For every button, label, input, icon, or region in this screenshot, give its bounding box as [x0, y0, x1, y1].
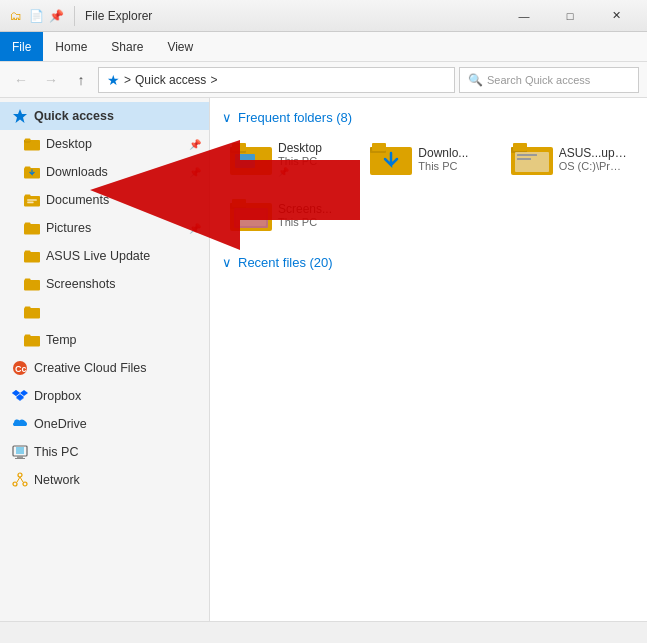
- window-title: File Explorer: [85, 9, 495, 23]
- sidebar-item-quick-access[interactable]: Quick access: [0, 102, 209, 130]
- svg-rect-3: [25, 138, 31, 141]
- network-label: Network: [34, 473, 201, 487]
- documents-folder-icon: [24, 192, 40, 208]
- network-icon: [12, 472, 28, 488]
- sidebar-item-unnamed[interactable]: [0, 298, 209, 326]
- forward-button[interactable]: →: [38, 67, 64, 93]
- frequent-folders-header[interactable]: ∨ Frequent folders (8): [222, 110, 635, 125]
- desktop-folder-sub: This PC: [278, 155, 322, 167]
- minimize-button[interactable]: —: [501, 0, 547, 32]
- sidebar-item-temp[interactable]: Temp: [0, 326, 209, 354]
- sidebar-item-documents[interactable]: Documents: [0, 186, 209, 214]
- unnamed-folder-icon: [24, 304, 40, 320]
- menu-view[interactable]: View: [155, 32, 205, 61]
- pictures-folder-icon: [24, 220, 40, 236]
- sidebar-item-asus-live-update[interactable]: ASUS Live Update: [0, 242, 209, 270]
- folder-item-asus[interactable]: ASUS...update OS (C:)\ProgramData\ASUS: [503, 135, 635, 183]
- svg-point-32: [13, 482, 17, 486]
- menu-share[interactable]: Share: [99, 32, 155, 61]
- downloads-folder-thumb: [370, 141, 410, 177]
- recent-files-label: Recent files (20): [238, 255, 333, 270]
- dropbox-icon: [12, 388, 28, 404]
- folder-item-screenshots[interactable]: Screens... This PC: [222, 191, 354, 239]
- svg-rect-48: [517, 158, 531, 160]
- sidebar-item-creative-cloud[interactable]: Cc Creative Cloud Files: [0, 354, 209, 382]
- pictures-label: Pictures: [46, 221, 183, 235]
- desktop-folder-pin: 📌: [278, 167, 322, 177]
- menu-home[interactable]: Home: [43, 32, 99, 61]
- svg-rect-13: [25, 250, 31, 253]
- sidebar-item-this-pc[interactable]: This PC: [0, 438, 209, 466]
- status-bar: [0, 621, 647, 643]
- svg-rect-7: [25, 194, 31, 197]
- path-separator-1: >: [124, 73, 131, 87]
- sidebar-item-desktop[interactable]: Desktop 📌: [0, 130, 209, 158]
- window-controls: — □ ✕: [501, 0, 639, 32]
- svg-point-33: [23, 482, 27, 486]
- temp-folder-icon: [24, 332, 40, 348]
- asus-folder-sub: OS (C:)\ProgramData\ASUS: [559, 160, 627, 172]
- downloads-pin-icon: 📌: [189, 167, 201, 178]
- screenshots-folder-name: Screens...: [278, 202, 332, 216]
- svg-marker-26: [16, 395, 24, 401]
- chevron-down-icon-2: ∨: [222, 255, 232, 270]
- downloads-folder-info: Downlo... This PC: [418, 146, 468, 172]
- search-box[interactable]: 🔍 Search Quick access: [459, 67, 639, 93]
- content-area: ∨ Frequent folders (8) Deskt: [210, 98, 647, 621]
- sidebar-item-onedrive[interactable]: OneDrive: [0, 410, 209, 438]
- sidebar-item-network[interactable]: Network: [0, 466, 209, 494]
- svg-line-34: [17, 477, 20, 482]
- asus-folder-thumb: [511, 141, 551, 177]
- downloads-label: Downloads: [46, 165, 183, 179]
- downloads-folder-name: Downlo...: [418, 146, 468, 160]
- svg-point-31: [18, 473, 22, 477]
- search-placeholder: Search Quick access: [487, 74, 590, 86]
- menu-bar: File Home Share View: [0, 32, 647, 62]
- sidebar-item-dropbox[interactable]: Dropbox: [0, 382, 209, 410]
- address-path[interactable]: ★ > Quick access >: [98, 67, 455, 93]
- menu-file[interactable]: File: [0, 32, 43, 61]
- svg-rect-45: [513, 143, 527, 151]
- desktop-folder-thumb: [230, 141, 270, 177]
- folders-grid: Desktop This PC 📌: [222, 135, 635, 239]
- asus-folder-info: ASUS...update OS (C:)\ProgramData\ASUS: [559, 146, 627, 172]
- desktop-folder-info: Desktop This PC 📌: [278, 141, 322, 177]
- back-button[interactable]: ←: [8, 67, 34, 93]
- downloads-folder-sub: This PC: [418, 160, 468, 172]
- sidebar-item-screenshots[interactable]: Screenshots: [0, 270, 209, 298]
- onedrive-icon: [12, 416, 28, 432]
- title-bar-icons: 🗂 📄 📌: [8, 8, 64, 24]
- asus-label: ASUS Live Update: [46, 249, 201, 263]
- creative-cloud-icon: Cc: [12, 360, 28, 376]
- svg-rect-11: [25, 222, 31, 225]
- asus-folder-name: ASUS...update: [559, 146, 627, 160]
- chevron-down-icon: ∨: [222, 110, 232, 125]
- folder-icon: 🗂: [8, 8, 24, 24]
- folder-item-desktop[interactable]: Desktop This PC 📌: [222, 135, 354, 183]
- up-button[interactable]: ↑: [68, 67, 94, 93]
- downloads-folder-icon: [24, 164, 40, 180]
- screenshots-folder-thumb: [230, 197, 270, 233]
- svg-rect-47: [517, 154, 537, 156]
- desktop-folder-name: Desktop: [278, 141, 322, 155]
- maximize-button[interactable]: □: [547, 0, 593, 32]
- path-separator-2: >: [210, 73, 217, 87]
- folder-item-downloads[interactable]: Downlo... This PC: [362, 135, 494, 183]
- documents-label: Documents: [46, 193, 201, 207]
- sidebar-item-downloads[interactable]: Downloads 📌: [0, 158, 209, 186]
- svg-rect-38: [232, 143, 246, 151]
- svg-rect-30: [15, 458, 25, 459]
- main-area: Quick access Desktop 📌 Downloads 📌: [0, 98, 647, 621]
- sidebar-item-pictures[interactable]: Pictures 📌: [0, 214, 209, 242]
- sidebar: Quick access Desktop 📌 Downloads 📌: [0, 98, 210, 621]
- svg-rect-51: [232, 199, 246, 207]
- svg-rect-28: [16, 447, 24, 454]
- dropbox-label: Dropbox: [34, 389, 201, 403]
- recent-files-header[interactable]: ∨ Recent files (20): [222, 255, 635, 270]
- svg-rect-9: [27, 202, 33, 204]
- svg-rect-5: [25, 166, 31, 169]
- this-pc-icon: [12, 444, 28, 460]
- close-button[interactable]: ✕: [593, 0, 639, 32]
- title-bar: 🗂 📄 📌 File Explorer — □ ✕: [0, 0, 647, 32]
- screenshots-folder-sub: This PC: [278, 216, 332, 228]
